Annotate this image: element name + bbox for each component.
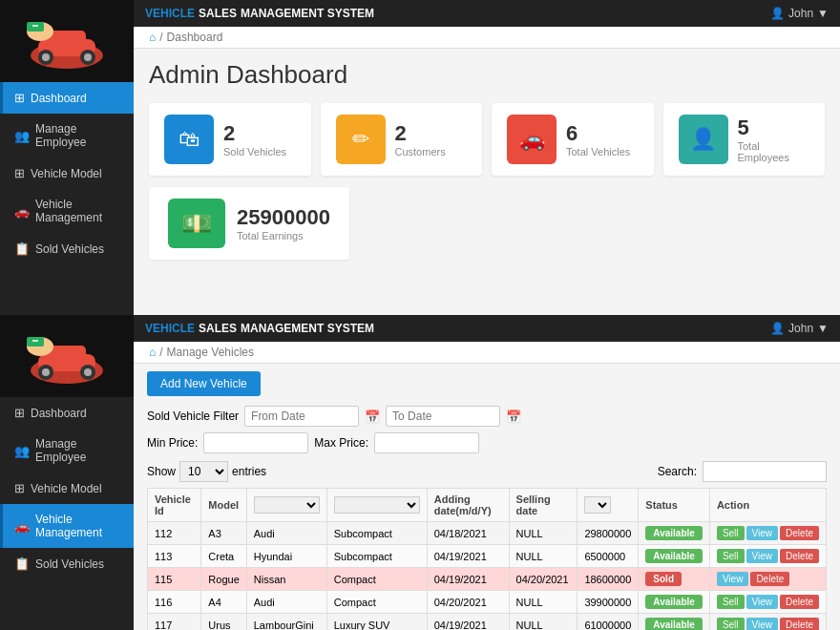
col-vehicle-id: Vehicle Id xyxy=(148,489,201,522)
delete-button[interactable]: Delete xyxy=(780,618,819,630)
svg-rect-12 xyxy=(48,346,86,361)
min-price-input[interactable] xyxy=(203,432,308,453)
title-management-b: MANAGEMENT SYSTEM xyxy=(241,322,374,335)
status-badge: Available xyxy=(645,595,703,609)
action-buttons: View Delete xyxy=(717,572,819,586)
sidebar-item-sold-vehicles[interactable]: 📋 Sold Vehicles xyxy=(0,233,134,264)
earnings-value: 25900000 xyxy=(237,205,330,230)
price-filter-select[interactable] xyxy=(584,496,611,514)
total-vehicles-icon: 🚗 xyxy=(507,115,556,164)
status-badge: Available xyxy=(645,526,703,540)
cell-sell-date: NULL xyxy=(509,591,578,614)
cell-type: Compact xyxy=(326,591,427,614)
delete-button[interactable]: Delete xyxy=(750,572,789,586)
cell-status: Available xyxy=(639,522,710,545)
cell-brand: Audi xyxy=(246,591,326,614)
entries-select[interactable]: 10 25 50 100 xyxy=(179,461,228,482)
action-buttons: Sell View Delete xyxy=(717,549,819,563)
sidebar-item-sold-vehicles-b[interactable]: 📋 Sold Vehicles xyxy=(0,548,134,579)
price-filter-row: Min Price: Max Price: xyxy=(147,432,827,453)
status-badge: Available xyxy=(645,618,703,630)
cell-type: Compact xyxy=(326,568,427,591)
svg-point-14 xyxy=(42,368,50,376)
cell-add-date: 04/18/2021 xyxy=(427,522,509,545)
sidebar-item-vehicle-management-b[interactable]: 🚗 Vehicle Management xyxy=(0,504,134,548)
cell-vehicle-id: 117 xyxy=(148,614,201,631)
from-date-input[interactable] xyxy=(244,406,359,427)
cell-vehicle-id: 112 xyxy=(148,522,201,545)
type-filter-select[interactable]: SubcompactCompactSUV xyxy=(334,496,420,514)
delete-button[interactable]: Delete xyxy=(780,595,819,609)
cell-vehicle-id: 116 xyxy=(148,591,201,614)
cell-type: Subcompact xyxy=(326,522,427,545)
to-date-input[interactable] xyxy=(386,406,500,427)
vehicle-icon: 🚗 xyxy=(14,204,30,219)
view-button[interactable]: View xyxy=(746,595,779,609)
user-menu-bottom[interactable]: 👤 John ▼ xyxy=(770,322,829,335)
dashboard-icon: ⊞ xyxy=(14,91,25,105)
table-row: 115 Rogue Nissan Compact 04/19/2021 04/2… xyxy=(148,568,827,591)
sell-button[interactable]: Sell xyxy=(717,618,745,630)
sold-vehicles-label: Sold Vehicles xyxy=(223,146,286,158)
cell-add-date: 04/19/2021 xyxy=(427,545,509,568)
breadcrumb: ⌂ / Dashboard xyxy=(134,27,840,49)
user-menu[interactable]: 👤 John ▼ xyxy=(770,7,829,20)
sidebar-item-dashboard-b[interactable]: ⊞ Dashboard xyxy=(0,397,134,429)
stat-earnings: 💵 25900000 Total Earnings xyxy=(149,187,349,260)
cell-price: 61000000 xyxy=(578,614,639,631)
max-price-label: Max Price: xyxy=(314,436,368,450)
sell-button[interactable]: Sell xyxy=(717,526,745,540)
sidebar-item-vehicle-model-b[interactable]: ⊞ Vehicle Model xyxy=(0,472,134,504)
cell-action: Sell View Delete xyxy=(709,522,826,545)
brand-filter-select[interactable]: AudiHyundaiNissan xyxy=(254,496,320,514)
sold-icon: 📋 xyxy=(14,242,30,256)
add-new-vehicle-button[interactable]: Add New Vehicle xyxy=(147,371,261,396)
col-action: Action xyxy=(709,489,826,522)
delete-button[interactable]: Delete xyxy=(780,526,819,540)
max-price-input[interactable] xyxy=(374,432,479,453)
sidebar-logo xyxy=(0,0,134,82)
sold-vehicles-value: 2 xyxy=(223,121,286,146)
to-date-calendar-icon[interactable]: 📅 xyxy=(506,410,521,424)
sidebar-item-vehicle-management[interactable]: 🚗 Vehicle Management xyxy=(0,189,134,233)
sold-vehicles-icon: 🛍 xyxy=(164,115,214,164)
cell-model: Creta xyxy=(201,545,246,568)
view-button[interactable]: View xyxy=(746,549,779,563)
cell-action: Sell View Delete xyxy=(709,591,826,614)
cell-model: Urus xyxy=(201,614,246,631)
delete-button[interactable]: Delete xyxy=(780,549,819,563)
search-input[interactable] xyxy=(703,461,827,482)
breadcrumb-page-b: Manage Vehicles xyxy=(167,346,254,359)
sidebar-item-manage-employee[interactable]: 👥 Manage Employee xyxy=(0,114,134,158)
col-price-filter xyxy=(578,489,639,522)
sell-button[interactable]: Sell xyxy=(717,595,745,609)
total-employees-value: 5 xyxy=(738,116,810,140)
cell-sell-date: NULL xyxy=(509,522,578,545)
stat-sold-vehicles: 🛍 2 Sold Vehicles xyxy=(149,103,311,176)
title-vehicle-b: VEHICLE xyxy=(145,322,195,335)
cell-add-date: 04/19/2021 xyxy=(427,614,509,631)
username-b: John xyxy=(788,322,813,335)
sidebar-item-label: Sold Vehicles xyxy=(35,242,104,256)
view-button[interactable]: View xyxy=(717,572,749,586)
sell-button[interactable]: Sell xyxy=(717,549,745,563)
view-button[interactable]: View xyxy=(746,526,779,540)
cell-sell-date: 04/20/2021 xyxy=(509,568,578,591)
from-date-calendar-icon[interactable]: 📅 xyxy=(365,410,380,424)
title-sales-b: SALES xyxy=(199,322,237,335)
sidebar-item-vehicle-model[interactable]: ⊞ Vehicle Model xyxy=(0,158,134,189)
sidebar-item-label: Manage Employee xyxy=(35,437,122,464)
breadcrumb-manage: ⌂ / Manage Vehicles xyxy=(134,342,840,364)
sidebar-item-manage-employee-b[interactable]: 👥 Manage Employee xyxy=(0,429,134,472)
cell-price: 39900000 xyxy=(578,591,639,614)
sidebar-item-dashboard[interactable]: ⊞ Dashboard xyxy=(0,82,134,114)
sidebar-logo-bottom xyxy=(0,315,134,397)
svg-point-16 xyxy=(84,368,92,376)
view-button[interactable]: View xyxy=(746,618,779,630)
svg-point-4 xyxy=(42,53,50,61)
stat-total-employees: 👤 5 Total Employees xyxy=(663,103,826,176)
title-sales: SALES xyxy=(199,7,237,20)
cell-brand: Nissan xyxy=(246,568,326,591)
app-title-bottom: VEHICLE SALES MANAGEMENT SYSTEM xyxy=(145,322,374,335)
total-vehicles-label: Total Vehicles xyxy=(566,146,630,158)
